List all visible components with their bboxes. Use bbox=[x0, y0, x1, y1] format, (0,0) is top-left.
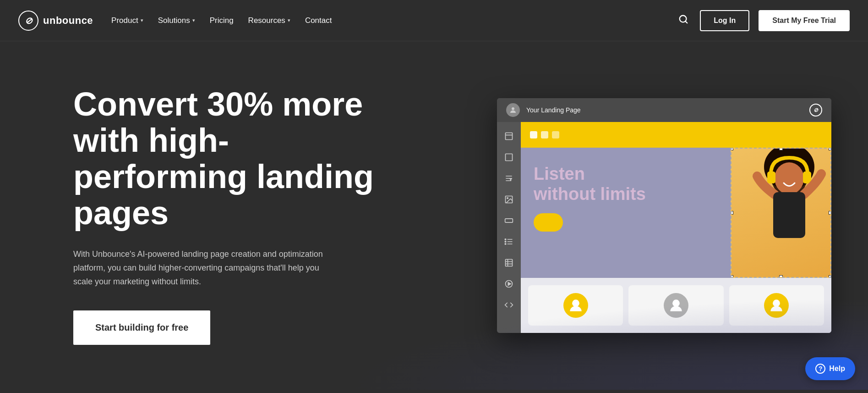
lp-card-avatar-3 bbox=[764, 293, 789, 318]
hero-cta-button[interactable]: Start building for free bbox=[73, 310, 210, 345]
svg-point-30 bbox=[773, 299, 780, 307]
navbar: ⊘ unbounce Product ▾ Solutions ▾ Pricing bbox=[0, 0, 868, 41]
svg-rect-5 bbox=[506, 154, 513, 161]
selection-handle-br bbox=[829, 275, 831, 278]
lp-sidebar-table-icon[interactable] bbox=[497, 252, 521, 273]
selection-handle-tl bbox=[731, 148, 733, 150]
lp-card-avatar-1 bbox=[563, 293, 588, 318]
lp-person-image bbox=[732, 149, 830, 277]
selection-handle-tr bbox=[829, 148, 831, 150]
lp-big-text: Listen without limits bbox=[534, 164, 718, 204]
nav-item-solutions[interactable]: Solutions ▾ bbox=[158, 16, 195, 25]
selection-handle-tc bbox=[779, 148, 783, 150]
banner-dot-3 bbox=[552, 131, 559, 138]
svg-rect-27 bbox=[773, 192, 805, 238]
hero-subtext: With Unbounce's AI-powered landing page … bbox=[73, 248, 339, 288]
svg-point-15 bbox=[505, 244, 506, 245]
nav-links: Product ▾ Solutions ▾ Pricing Resources … bbox=[111, 16, 332, 25]
nav-item-product[interactable]: Product ▾ bbox=[111, 16, 143, 25]
lp-sidebar-video-icon[interactable] bbox=[497, 273, 521, 294]
search-icon bbox=[678, 14, 688, 24]
trial-button[interactable]: Start My Free Trial bbox=[759, 10, 850, 31]
hero-section: Convert 30% more with high-performing la… bbox=[0, 41, 868, 390]
lp-sidebar-list-icon[interactable] bbox=[497, 231, 521, 252]
svg-point-24 bbox=[775, 162, 804, 194]
search-button[interactable] bbox=[676, 12, 691, 29]
help-question-icon: ? bbox=[815, 364, 825, 374]
help-button[interactable]: ? Help bbox=[805, 357, 855, 380]
lp-title-text: Your Landing Page bbox=[526, 106, 581, 114]
svg-rect-16 bbox=[506, 260, 513, 266]
nav-link-solutions[interactable]: Solutions ▾ bbox=[158, 16, 195, 25]
solutions-chevron-icon: ▾ bbox=[192, 17, 195, 23]
banner-dot-2 bbox=[541, 131, 548, 138]
lp-text-area: Listen without limits bbox=[521, 148, 731, 278]
svg-point-8 bbox=[507, 198, 508, 199]
selection-handle-mr bbox=[829, 211, 831, 215]
svg-rect-25 bbox=[767, 172, 775, 183]
logo-text: unbounce bbox=[43, 15, 93, 27]
lp-hero-banner bbox=[521, 122, 831, 148]
lp-sidebar-text-icon[interactable]: T bbox=[497, 168, 521, 189]
lp-sidebar-code-icon[interactable] bbox=[497, 294, 521, 316]
lp-sidebar-section-icon[interactable] bbox=[497, 126, 521, 147]
svg-point-29 bbox=[672, 299, 680, 307]
lp-card-1 bbox=[528, 285, 623, 326]
lp-logo-icon: ⊘ bbox=[809, 104, 822, 116]
lp-bottom-section bbox=[521, 278, 831, 333]
nav-link-contact[interactable]: Contact bbox=[305, 16, 332, 25]
nav-item-contact[interactable]: Contact bbox=[305, 16, 332, 25]
lp-body: T bbox=[497, 122, 831, 333]
svg-text:T: T bbox=[510, 177, 512, 182]
nav-link-pricing[interactable]: Pricing bbox=[210, 16, 234, 25]
hero-left: Convert 30% more with high-performing la… bbox=[73, 86, 385, 345]
lp-content: Listen without limits bbox=[521, 122, 831, 333]
nav-item-resources[interactable]: Resources ▾ bbox=[248, 16, 290, 25]
svg-line-1 bbox=[686, 21, 688, 23]
navbar-left: ⊘ unbounce Product ▾ Solutions ▾ Pricing bbox=[18, 11, 332, 31]
help-label: Help bbox=[829, 365, 845, 373]
lp-image-area bbox=[731, 148, 831, 278]
svg-rect-3 bbox=[506, 133, 513, 140]
hero-right: Your Landing Page ⊘ T bbox=[385, 98, 831, 333]
lp-card-3 bbox=[729, 285, 824, 326]
login-button[interactable]: Log In bbox=[700, 10, 749, 31]
lp-sidebar-button-icon[interactable] bbox=[497, 210, 521, 231]
svg-point-28 bbox=[572, 299, 579, 307]
lp-main-section: Listen without limits bbox=[521, 148, 831, 278]
selection-handle-bc bbox=[779, 275, 783, 278]
selection-handle-ml bbox=[731, 211, 733, 215]
resources-chevron-icon: ▾ bbox=[288, 17, 290, 23]
landing-page-preview: Your Landing Page ⊘ T bbox=[497, 98, 831, 333]
svg-marker-21 bbox=[508, 282, 511, 286]
lp-titlebar-left: Your Landing Page bbox=[506, 103, 581, 117]
svg-point-2 bbox=[512, 107, 514, 110]
nav-link-product[interactable]: Product ▾ bbox=[111, 16, 143, 25]
lp-card-2 bbox=[628, 285, 723, 326]
lp-sidebar-box-icon[interactable] bbox=[497, 147, 521, 168]
svg-point-13 bbox=[505, 239, 506, 240]
product-chevron-icon: ▾ bbox=[141, 17, 143, 23]
banner-dot-1 bbox=[530, 131, 537, 138]
svg-rect-9 bbox=[505, 219, 513, 222]
lp-sidebar: T bbox=[497, 122, 521, 333]
nav-link-resources[interactable]: Resources ▾ bbox=[248, 16, 290, 25]
hero-heading: Convert 30% more with high-performing la… bbox=[73, 86, 385, 232]
selection-handle-bl bbox=[731, 275, 733, 278]
logo[interactable]: ⊘ unbounce bbox=[18, 11, 93, 31]
lp-cta-pill[interactable] bbox=[534, 213, 563, 232]
lp-avatar bbox=[506, 103, 520, 117]
lp-card-avatar-2 bbox=[664, 293, 688, 318]
navbar-right: Log In Start My Free Trial bbox=[676, 10, 850, 31]
lp-titlebar: Your Landing Page ⊘ bbox=[497, 98, 831, 122]
svg-rect-26 bbox=[803, 172, 811, 183]
nav-item-pricing[interactable]: Pricing bbox=[210, 16, 234, 25]
lp-sidebar-image-icon[interactable] bbox=[497, 189, 521, 210]
svg-point-14 bbox=[505, 241, 506, 243]
logo-icon: ⊘ bbox=[18, 11, 38, 31]
